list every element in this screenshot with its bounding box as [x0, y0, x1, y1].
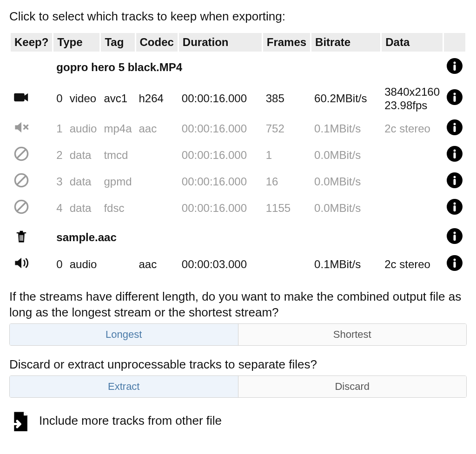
track-tag [101, 251, 134, 278]
track-type: data [67, 195, 100, 222]
ban-icon[interactable] [13, 204, 29, 217]
track-duration: 00:00:16.000 [179, 116, 262, 142]
length-segmented: Longest Shortest [9, 323, 467, 346]
header-tag: Tag [101, 33, 134, 52]
track-duration: 00:00:16.000 [179, 195, 262, 222]
file-row: gopro hero 5 black.MP4 [11, 52, 465, 82]
discard-option-discard[interactable]: Discard [238, 376, 467, 397]
track-index: 1 [53, 116, 65, 142]
track-duration: 00:00:16.000 [179, 82, 262, 116]
track-codec [136, 195, 178, 222]
file-name: sample.aac [53, 222, 443, 252]
track-duration: 00:00:03.000 [179, 251, 262, 278]
header-keep: Keep? [11, 33, 52, 52]
length-option-longest[interactable]: Longest [10, 324, 238, 345]
track-duration: 00:00:16.000 [179, 169, 262, 195]
info-button[interactable] [447, 58, 463, 74]
track-data: 2c stereo [382, 251, 443, 278]
track-bitrate: 0.0MBit/s [311, 169, 380, 195]
track-frames: 752 [263, 116, 310, 142]
track-bitrate: 0.0MBit/s [311, 195, 380, 222]
tracks-table: Keep? Type Tag Codec Duration Frames Bit… [9, 33, 467, 278]
track-row[interactable]: 0audioaac00:00:03.0000.1MBit/s2c stereo [11, 251, 465, 278]
track-type: video [67, 82, 100, 116]
file-import-icon [9, 411, 30, 431]
file-name: gopro hero 5 black.MP4 [53, 52, 443, 82]
length-option-shortest[interactable]: Shortest [238, 324, 467, 345]
track-type: data [67, 169, 100, 195]
track-frames: 16 [263, 169, 310, 195]
track-row[interactable]: 2datatmcd00:00:16.00010.0MBit/s [11, 142, 465, 169]
track-tag: gpmd [101, 169, 134, 195]
track-bitrate: 60.2MBit/s [311, 82, 380, 116]
track-data [382, 169, 443, 195]
track-row[interactable]: 3datagpmd00:00:16.000160.0MBit/s [11, 169, 465, 195]
file-row: sample.aac [11, 222, 465, 252]
track-type: audio [67, 251, 100, 278]
track-index: 0 [53, 251, 65, 278]
info-button[interactable] [447, 228, 463, 244]
audio-mute-icon[interactable] [13, 125, 29, 138]
header-duration: Duration [179, 33, 262, 52]
video-on-icon[interactable] [13, 95, 29, 107]
track-index: 2 [53, 142, 65, 169]
track-type: audio [67, 116, 100, 142]
track-codec [136, 169, 178, 195]
track-row[interactable]: 4datafdsc00:00:16.00011550.0MBit/s [11, 195, 465, 222]
header-type: Type [53, 33, 99, 52]
track-frames [263, 251, 310, 278]
info-button[interactable] [447, 199, 463, 215]
discard-option-extract[interactable]: Extract [10, 376, 238, 397]
length-prompt: If the streams have different length, do… [9, 289, 467, 321]
header-frames: Frames [263, 33, 310, 52]
ban-icon[interactable] [13, 151, 29, 164]
track-data: 3840x216023.98fps [382, 82, 443, 116]
discard-prompt: Discard or extract unprocessable tracks … [9, 357, 467, 373]
track-data [382, 142, 443, 169]
track-data [382, 195, 443, 222]
track-tag: tmcd [101, 142, 134, 169]
include-more-label: Include more tracks from other file [39, 414, 222, 428]
include-more-button[interactable]: Include more tracks from other file [9, 411, 467, 431]
track-duration: 00:00:16.000 [179, 142, 262, 169]
header-codec: Codec [136, 33, 178, 52]
track-tag: avc1 [101, 82, 134, 116]
instruction-text: Click to select which tracks to keep whe… [9, 9, 467, 24]
track-index: 4 [53, 195, 65, 222]
track-bitrate: 0.1MBit/s [311, 116, 380, 142]
info-button[interactable] [447, 89, 463, 105]
track-codec [136, 142, 178, 169]
track-row[interactable]: 0videoavc1h26400:00:16.00038560.2MBit/s3… [11, 82, 465, 116]
track-frames: 1155 [263, 195, 310, 222]
track-tag: mp4a [101, 116, 134, 142]
track-type: data [67, 142, 100, 169]
track-codec: aac [136, 116, 178, 142]
info-button[interactable] [447, 146, 463, 162]
track-bitrate: 0.1MBit/s [311, 251, 380, 278]
info-button[interactable] [447, 172, 463, 188]
header-data: Data [382, 33, 443, 52]
info-button[interactable] [447, 255, 463, 271]
header-bitrate: Bitrate [311, 33, 380, 52]
track-codec: h264 [136, 82, 178, 116]
track-frames: 385 [263, 82, 310, 116]
ban-icon[interactable] [13, 178, 29, 191]
track-index: 3 [53, 169, 65, 195]
track-bitrate: 0.0MBit/s [311, 142, 380, 169]
trash-icon[interactable] [13, 234, 29, 246]
track-tag: fdsc [101, 195, 134, 222]
discard-segmented: Extract Discard [9, 375, 467, 398]
audio-on-icon[interactable] [13, 261, 29, 273]
track-index: 0 [53, 82, 65, 116]
track-codec: aac [136, 251, 178, 278]
info-button[interactable] [447, 119, 463, 135]
track-frames: 1 [263, 142, 310, 169]
track-row[interactable]: 1audiomp4aaac00:00:16.0007520.1MBit/s2c … [11, 116, 465, 142]
track-data: 2c stereo [382, 116, 443, 142]
